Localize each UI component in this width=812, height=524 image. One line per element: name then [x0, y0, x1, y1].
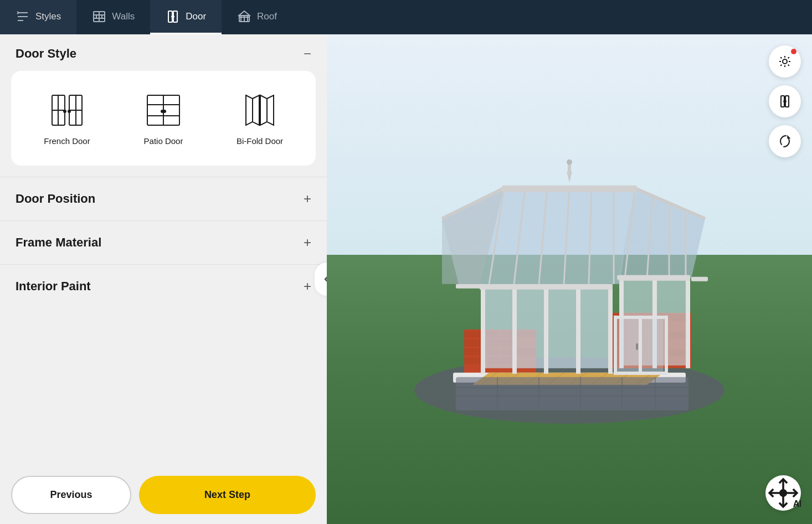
rotate-button[interactable]	[769, 125, 801, 157]
notification-dot	[791, 49, 796, 54]
patio-door-label: Patio Door	[144, 136, 183, 146]
svg-rect-108	[502, 186, 637, 192]
settings-button[interactable]	[769, 45, 801, 78]
conservatory-3d	[398, 147, 741, 435]
svg-rect-80	[686, 277, 690, 368]
right-controls	[769, 45, 801, 157]
door-position-header[interactable]: Door Position +	[0, 177, 327, 220]
svg-rect-67	[484, 288, 512, 368]
svg-text:AR: AR	[793, 499, 801, 508]
rotate-icon	[777, 133, 793, 149]
door-style-cards: French Door Patio Door	[11, 71, 316, 166]
svg-point-124	[783, 59, 787, 64]
door-position-title: Door Position	[16, 192, 95, 206]
svg-rect-81	[616, 318, 639, 374]
door-style-title: Door Style	[16, 47, 76, 61]
tab-roof-label: Roof	[257, 11, 277, 22]
french-door-card[interactable]: French Door	[22, 82, 112, 155]
svg-point-128	[785, 101, 786, 102]
move-button[interactable]: AR	[765, 475, 801, 511]
door-view-icon	[777, 94, 793, 109]
tab-styles[interactable]: Styles	[0, 0, 76, 34]
svg-rect-85	[665, 316, 668, 374]
conservatory-svg	[398, 147, 741, 435]
svg-rect-70	[579, 288, 608, 368]
svg-rect-74	[576, 285, 580, 374]
svg-rect-87	[614, 372, 668, 375]
svg-rect-115	[691, 277, 708, 281]
bifold-door-card[interactable]: Bi-Fold Door	[215, 82, 305, 155]
svg-rect-116	[456, 377, 688, 410]
french-door-label: French Door	[44, 136, 90, 146]
door-toggle-button[interactable]	[769, 85, 801, 117]
chevron-left-icon	[322, 274, 327, 284]
svg-rect-68	[515, 288, 544, 368]
svg-point-33	[163, 110, 166, 112]
svg-point-25	[68, 110, 70, 112]
svg-rect-84	[639, 316, 642, 374]
svg-rect-72	[512, 285, 517, 374]
svg-rect-82	[641, 318, 664, 374]
frame-material-toggle[interactable]: +	[304, 236, 311, 249]
patio-door-card[interactable]: Patio Door	[119, 82, 208, 155]
interior-paint-title: Interior Paint	[16, 279, 91, 294]
bifold-door-label: Bi-Fold Door	[237, 136, 283, 146]
tab-walls-label: Walls	[112, 11, 135, 22]
french-door-icon	[48, 91, 86, 130]
tab-roof[interactable]: Roof	[222, 0, 292, 34]
collapse-handle[interactable]	[315, 263, 327, 296]
interior-paint-toggle[interactable]: +	[304, 280, 311, 293]
move-icon: AR	[765, 475, 801, 511]
svg-rect-113	[617, 275, 690, 280]
interior-paint-header[interactable]: Interior Paint +	[0, 265, 327, 308]
door-nav-icon	[166, 9, 180, 24]
svg-point-12	[173, 16, 174, 17]
right-panel: AR	[327, 34, 812, 524]
svg-point-111	[567, 160, 572, 165]
top-nav: Styles Walls Door Roof	[0, 0, 812, 34]
tab-walls[interactable]: Walls	[76, 0, 150, 34]
patio-door-icon	[144, 91, 183, 130]
styles-icon	[16, 9, 30, 24]
accordion-interior-paint: Interior Paint +	[0, 264, 327, 308]
tab-door-label: Door	[186, 11, 206, 22]
tab-door[interactable]: Door	[150, 0, 222, 34]
bifold-door-icon	[240, 91, 279, 130]
svg-rect-73	[544, 285, 548, 374]
svg-rect-114	[456, 284, 484, 289]
svg-rect-112	[480, 284, 610, 289]
svg-rect-71	[481, 285, 485, 374]
roof-icon	[237, 9, 251, 24]
svg-point-24	[64, 110, 66, 112]
svg-point-129	[780, 490, 787, 496]
left-panel: Door Style − French Door	[0, 34, 327, 524]
svg-marker-91	[481, 188, 635, 284]
door-style-toggle[interactable]: −	[304, 47, 311, 60]
accordion-frame-material: Frame Material +	[0, 220, 327, 264]
svg-rect-75	[608, 285, 613, 374]
next-step-button[interactable]: Next Step	[139, 476, 316, 514]
accordion-door-position: Door Position +	[0, 177, 327, 220]
walls-icon	[92, 9, 106, 24]
svg-rect-88	[636, 343, 638, 350]
svg-rect-83	[614, 316, 617, 374]
gear-icon	[777, 54, 793, 69]
door-position-toggle[interactable]: +	[304, 192, 311, 206]
svg-rect-86	[614, 316, 668, 319]
frame-material-header[interactable]: Frame Material +	[0, 221, 327, 264]
tab-styles-label: Styles	[35, 11, 61, 22]
bottom-buttons: Previous Next Step	[0, 466, 327, 524]
door-style-section: Door Style −	[0, 34, 327, 71]
previous-button[interactable]: Previous	[11, 476, 131, 514]
frame-material-title: Frame Material	[16, 235, 101, 250]
svg-rect-69	[547, 288, 576, 368]
main-content: Door Style − French Door	[0, 34, 812, 524]
